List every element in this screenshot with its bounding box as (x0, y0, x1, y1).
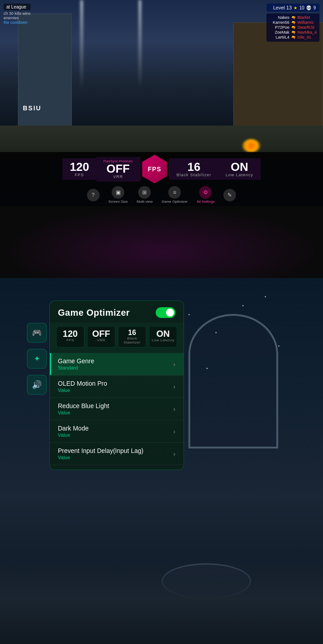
player-name-5: Lar6IL4 (269, 35, 289, 39)
score-row-2: Karren56 🔫 WilliamG (269, 20, 317, 25)
mini-stat-stabilizer: 16 Black Stabilizer (118, 326, 146, 348)
game-bar: 120 FPS FreeSync Premium OFF VRR FPS 16 … (0, 152, 323, 206)
top-game-section: at League ch 30 kills wins enemies the c… (0, 0, 323, 206)
gun-icon-4: 🔫 (291, 30, 296, 35)
chevron-right-icon-3: › (173, 428, 175, 435)
snow-6 (265, 296, 266, 297)
mini-stabilizer-label: Black Stabilizer (120, 336, 144, 344)
reduce-blue-light-title: Reduce Blue Light (58, 402, 109, 409)
mini-fps-value: 120 (58, 329, 82, 338)
menu-items-list: Game Genre Standard › OLED Motion Pro Va… (50, 353, 183, 470)
prevent-input-delay-content: Prevent Input Delay(Input Lag) Value (58, 447, 144, 460)
level-text: Level 13 (273, 5, 292, 10)
hud-level: Level 13 ★ 10 💀 9 (266, 4, 319, 12)
all-settings-icon: ⚙ (199, 186, 212, 199)
enemy-name-5: Dile_91 (297, 35, 311, 39)
mini-latency-label: Low Latency (151, 338, 175, 342)
vrr-value: OFF (106, 163, 130, 174)
player-name-1: Nakes (269, 15, 289, 20)
multiview-icon: ⊞ (138, 186, 151, 199)
snow-3 (242, 305, 244, 306)
hud-league-text: at League (4, 4, 31, 10)
optimizer-toggle[interactable] (156, 307, 175, 318)
oled-motion-title: OLED Motion Pro (58, 380, 107, 387)
chevron-right-icon-1: › (173, 383, 175, 390)
edit-button[interactable]: ✎ (223, 189, 236, 201)
skull-icon: 💀 (306, 5, 311, 10)
latency-label: Low Latency (226, 173, 253, 177)
display-icon: ✦ (34, 354, 40, 364)
gamepad-icon-btn[interactable]: 🎮 (27, 323, 47, 343)
enemy-name-1: BlarkM (297, 15, 310, 20)
vrr-label: VRR (113, 174, 123, 179)
game-genre-value: Standard (58, 365, 94, 370)
oled-motion-content: OLED Motion Pro Value (58, 380, 107, 393)
mini-latency-value: ON (151, 329, 175, 338)
menu-item-dark-mode[interactable]: Dark Mode Value › (50, 420, 183, 443)
help-button[interactable]: ? (87, 189, 100, 201)
game-optimizer-label: Game Optimizer (162, 200, 188, 204)
gun-icon-5: 🔫 (291, 35, 296, 39)
side-icons: 🎮 ✦ 🔊 (27, 323, 47, 395)
chevron-right-icon-4: › (173, 450, 175, 457)
enemy-name-2: WilliamG (297, 20, 314, 25)
dark-mode-value: Value (58, 432, 88, 438)
score-row-3: P72Poe 🔫 DwarfKSI (269, 25, 317, 30)
controls-row: ? ▣ Screen Size ⊞ Multi-view ≡ Game Opti… (4, 186, 319, 204)
vrr-stat-box: FreeSync Premium OFF VRR (96, 157, 140, 182)
game-optimizer-icon: ≡ (168, 186, 181, 199)
dark-mode-title: Dark Mode (58, 425, 88, 432)
gun-icon-3: 🔫 (291, 26, 296, 30)
optimizer-stats-row: 120 FPS OFF VRR 16 Black Stabilizer ON L… (50, 322, 183, 353)
mini-vrr-label: VRR (89, 338, 113, 342)
snow-4 (206, 368, 208, 369)
skull-count: 9 (313, 5, 316, 10)
hud-top-left: at League ch 30 kills wins enemies the c… (4, 4, 31, 25)
hud-enemies-text: enemies (4, 16, 31, 20)
menu-item-reduce-blue-light[interactable]: Reduce Blue Light Value › (50, 398, 183, 420)
oled-motion-value: Value (58, 387, 107, 393)
snow-1 (188, 314, 190, 315)
star-count: 10 (299, 5, 304, 10)
game-screenshot: at League ch 30 kills wins enemies the c… (0, 0, 323, 206)
mini-stabilizer-value: 16 (120, 329, 144, 336)
menu-item-prevent-input-delay[interactable]: Prevent Input Delay(Input Lag) Value › (50, 443, 183, 465)
enemy-name-4: NavMka_4 (297, 30, 317, 35)
latency-value: ON (231, 161, 248, 173)
enemy-name-3: DwarfKSI (297, 25, 314, 30)
game-optimizer-button[interactable]: ≡ Game Optimizer (162, 186, 188, 204)
menu-item-game-genre[interactable]: Game Genre Standard › (50, 353, 183, 375)
snow-2 (215, 332, 217, 333)
screen-size-button[interactable]: ▣ Screen Size (109, 186, 128, 204)
multiview-button[interactable]: ⊞ Multi-view (137, 186, 153, 204)
fantasy-ground (0, 554, 323, 644)
snow-5 (278, 345, 279, 347)
stabilizer-value: 16 (188, 161, 201, 173)
menu-item-oled-motion[interactable]: OLED Motion Pro Value › (50, 375, 183, 398)
optimizer-header: Game Optimizer (50, 301, 183, 322)
all-settings-button[interactable]: ⚙ All Settings (196, 186, 214, 204)
score-row-4: ZoeMak 🔫 NavMka_4 (269, 30, 317, 35)
chevron-right-icon-0: › (173, 361, 175, 368)
gamepad-icon: 🎮 (32, 328, 42, 338)
light-beam-2 (139, 0, 141, 90)
prevent-input-delay-value: Value (58, 455, 144, 460)
display-icon-btn[interactable]: ✦ (27, 349, 47, 369)
scoreboard: Nakes 🔫 BlarkM Karren56 🔫 WilliamG P72Po… (266, 13, 319, 42)
optimizer-title: Game Optimizer (58, 308, 130, 318)
stabilizer-label: Black Stabilizer (177, 173, 212, 177)
multiview-label: Multi-view (137, 200, 153, 204)
mini-stat-fps: 120 FPS (56, 326, 84, 348)
fps-stats-row: 120 FPS FreeSync Premium OFF VRR FPS 16 … (4, 155, 319, 183)
reduce-blue-light-value: Value (58, 410, 109, 415)
mini-vrr-value: OFF (89, 329, 113, 338)
audio-icon-btn[interactable]: 🔊 (27, 375, 47, 395)
dark-mode-content: Dark Mode Value (58, 425, 88, 438)
hud-kills-text: ch 30 kills wins (4, 11, 31, 16)
fps-badge-label: FPS (148, 165, 161, 173)
gun-icon-2: 🔫 (291, 21, 296, 25)
help-icon: ? (87, 189, 100, 201)
fps-stat-box: 120 FPS (62, 158, 96, 180)
muzzle-flash (242, 139, 260, 152)
score-row-5: Lar6IL4 🔫 Dile_91 (269, 35, 317, 39)
